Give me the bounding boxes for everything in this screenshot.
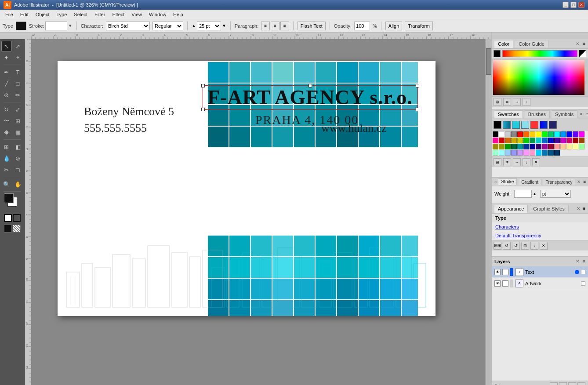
swatch-color[interactable] [499,150,505,156]
hand-tool[interactable]: ✋ [13,179,23,189]
warp-tool[interactable]: 〜 [1,116,12,126]
swatch-color[interactable] [542,144,548,149]
layer-row-artwork[interactable]: 👁 A Artwork [492,278,588,289]
menu-object[interactable]: Object [32,11,53,18]
brush-tool[interactable]: ⊘ [1,90,12,100]
swatch-darkblue[interactable] [549,121,557,129]
canvas-area[interactable]: F-ART AGENCY s.r.o. PRAHA 4, 140 00 Bože… [31,39,491,385]
menu-help[interactable]: Help [170,11,187,18]
color-panel-btn-4[interactable]: ↓ [523,98,530,106]
ap-btn-1[interactable]: ⊞⊞ [494,242,501,250]
ap-btn-6[interactable]: ✕ [540,242,548,250]
weight-unit-select[interactable]: pt [540,190,571,198]
vertical-scrollbar[interactable] [485,39,491,385]
lasso-tool[interactable]: ⌖ [13,52,23,63]
swatch-color[interactable] [536,131,541,137]
swatch-color[interactable] [505,131,511,137]
swatch-color[interactable] [542,138,548,143]
swatch-color[interactable] [548,138,554,143]
align-left-btn[interactable]: ≡ [261,22,270,30]
menu-effect[interactable]: Effect [109,11,128,18]
rotate-tool[interactable]: ↻ [1,104,12,115]
menu-type[interactable]: Type [53,11,71,18]
artwork-layer-eye[interactable]: 👁 [494,280,501,287]
swatch-color[interactable] [548,144,554,149]
swatch-color[interactable] [505,144,511,149]
swatch-color[interactable] [560,144,566,149]
ap-btn-3[interactable]: ↺ [512,242,520,250]
close-button[interactable]: ✕ [578,2,584,8]
menu-edit[interactable]: Edit [17,11,32,18]
swatch-color[interactable] [554,138,560,143]
stroke-none-icon[interactable] [13,214,21,222]
color-panel-btn-2[interactable]: ≋ [503,98,511,106]
graphic-styles-tab[interactable]: Graphic Styles [530,205,569,212]
selection-tool[interactable]: ↖ [1,41,12,51]
swatch-color[interactable] [511,150,517,156]
eyedropper-tool[interactable]: 💧 [1,153,12,163]
swatch-color[interactable] [499,131,505,137]
swatch-color[interactable] [579,144,584,149]
screen-mode-icon[interactable] [13,225,21,232]
swatch-color[interactable] [554,144,560,149]
eraser-tool[interactable]: ◻ [13,164,23,175]
brushes-tab[interactable]: Brushes [525,110,550,118]
swatch-color[interactable] [542,150,548,156]
menu-filter[interactable]: Filter [91,11,109,18]
swatch-lightcyan[interactable] [521,121,529,129]
swatch-color[interactable] [530,138,535,143]
align-btn[interactable]: Align [385,22,402,30]
swatches-panel-close[interactable]: ✕ [579,112,583,116]
swatch-color[interactable] [566,138,572,143]
ap-btn-2[interactable]: ↺ [503,242,511,250]
swatch-color[interactable] [579,131,584,137]
zoom-tool[interactable]: 🔍 [1,179,12,189]
character-select[interactable]: Birch Std [106,22,150,30]
line-tool[interactable]: ╱ [1,78,12,89]
scroll-thumb-v[interactable] [486,48,491,75]
sw-btn-1[interactable]: ⊞ [494,158,501,166]
swatch-blue[interactable] [540,121,548,129]
layers-panel-close[interactable]: ✕ [576,259,579,264]
opacity-input[interactable] [354,22,370,30]
weight-input[interactable] [514,190,532,198]
menu-window[interactable]: Window [145,11,170,18]
text-layer-lock[interactable] [502,269,508,275]
swatch-color[interactable] [523,150,529,156]
swatches-tab[interactable]: Swatches [494,110,523,118]
color-bar[interactable] [502,50,577,57]
color-tab[interactable]: Color [494,40,513,48]
swatch-color[interactable] [511,131,517,137]
swatch-color[interactable] [499,138,505,143]
rect-tool[interactable]: □ [13,78,23,89]
appearance-tab[interactable]: Appearance [494,205,528,213]
swatch-color[interactable] [517,138,523,143]
swatch-color[interactable] [530,150,535,156]
swatch-color[interactable] [554,131,560,137]
layers-panel-menu[interactable]: ≡ [583,259,585,264]
scale-tool[interactable]: ⤢ [13,104,23,115]
gradient-tool[interactable]: ◧ [13,142,23,152]
swatch-color[interactable] [566,144,572,149]
pen-tool[interactable]: ✒ [1,67,12,77]
swatch-color[interactable] [536,144,541,149]
fill-color-box[interactable] [16,22,26,30]
swatch-color[interactable] [536,150,541,156]
swatch-color[interactable] [505,138,511,143]
swatch-color[interactable] [493,150,498,156]
color-guide-tab[interactable]: Color Guide [515,40,548,47]
stroke-tab[interactable]: Stroke [498,178,517,185]
free-transform-tool[interactable]: ⊞ [13,116,23,126]
characters-link[interactable]: Characters [495,224,519,229]
swatch-color[interactable] [493,138,498,143]
minimize-button[interactable]: _ [563,2,569,8]
layer-row-text[interactable]: 👁 T Text [492,266,588,278]
swatch-color[interactable] [530,144,535,149]
symbol-tool[interactable]: ❋ [1,127,12,138]
sw-btn-3[interactable]: → [513,158,521,166]
swatch-color[interactable] [517,144,523,149]
menu-file[interactable]: File [2,11,17,18]
direct-selection-tool[interactable]: ↗ [13,41,23,51]
swatch-color[interactable] [554,150,560,156]
color-spectrum-canvas[interactable] [493,60,584,95]
